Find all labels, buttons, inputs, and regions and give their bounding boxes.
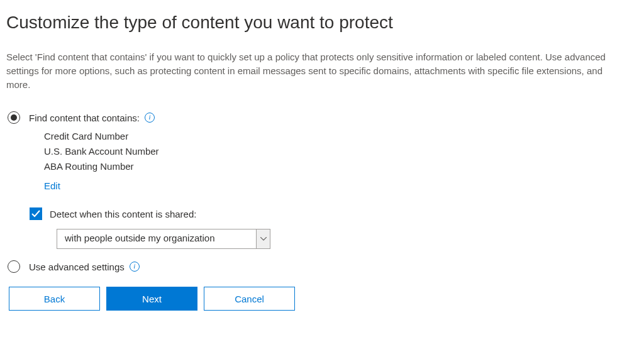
- radio-find-content-text: Find content that contains:: [29, 113, 140, 123]
- back-button[interactable]: Back: [9, 287, 100, 311]
- content-type-item: U.S. Bank Account Number: [44, 144, 638, 159]
- radio-advanced[interactable]: [8, 260, 20, 273]
- checkmark-icon: [31, 209, 41, 219]
- content-type-item: Credit Card Number: [44, 129, 638, 144]
- radio-option-advanced[interactable]: Use advanced settings: [8, 260, 638, 273]
- page-heading: Customize the type of content you want t…: [6, 13, 638, 33]
- share-scope-select[interactable]: with people outside my organization: [57, 229, 270, 249]
- share-scope-value: with people outside my organization: [57, 229, 256, 248]
- options-group: Find content that contains: Credit Card …: [8, 111, 638, 311]
- cancel-button[interactable]: Cancel: [204, 287, 295, 311]
- detect-shared-label: Detect when this content is shared:: [50, 209, 196, 219]
- detect-shared-row: Detect when this content is shared:: [30, 207, 638, 220]
- edit-link[interactable]: Edit: [44, 180, 60, 191]
- info-icon[interactable]: [145, 113, 155, 123]
- radio-find-content[interactable]: [8, 111, 20, 124]
- radio-advanced-label: Use advanced settings: [29, 262, 140, 272]
- radio-find-content-label: Find content that contains:: [29, 113, 155, 123]
- content-type-item: ABA Routing Number: [44, 159, 638, 174]
- radio-option-find-content[interactable]: Find content that contains:: [8, 111, 638, 124]
- next-button[interactable]: Next: [106, 287, 197, 311]
- radio-advanced-text: Use advanced settings: [29, 262, 125, 272]
- chevron-down-icon[interactable]: [256, 229, 270, 248]
- detect-shared-checkbox[interactable]: [30, 207, 42, 220]
- page-description: Select 'Find content that contains' if y…: [6, 50, 629, 91]
- content-types-list: Credit Card Number U.S. Bank Account Num…: [44, 129, 638, 191]
- wizard-buttons: Back Next Cancel: [9, 287, 638, 311]
- info-icon[interactable]: [130, 262, 140, 272]
